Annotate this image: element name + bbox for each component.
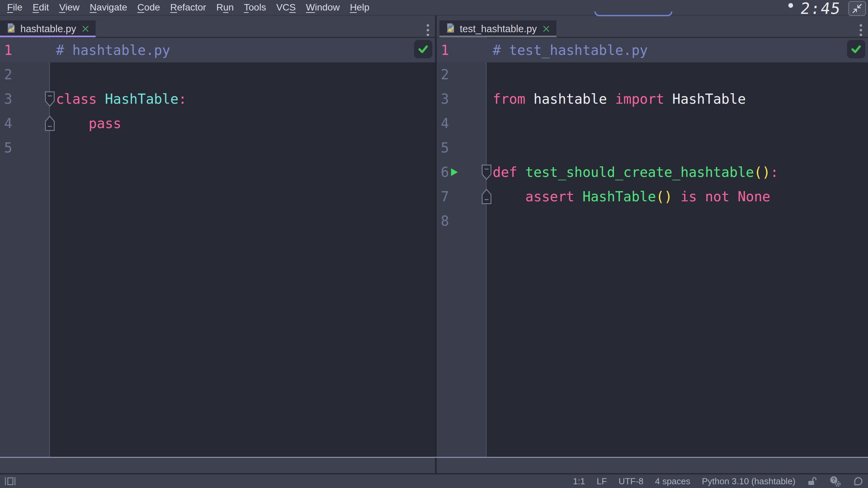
menu-item-navigate[interactable]: Navigate: [85, 1, 133, 14]
inspection-status-check-icon[interactable]: [847, 40, 865, 58]
line-number: 2: [441, 62, 449, 87]
python-file-icon: [445, 23, 456, 35]
code-line-5[interactable]: [487, 136, 868, 160]
editor-line-7: 7 assert HashTable() is not None: [437, 184, 868, 209]
code-line-1[interactable]: # test_hashtable.py: [487, 38, 868, 62]
menu-items: FileEditViewNavigateCodeRefactorRunTools…: [2, 1, 374, 14]
editor-bottom-border: [0, 457, 868, 458]
gutter-line-2[interactable]: 2: [437, 62, 487, 87]
menu-focus-underline: [594, 12, 672, 16]
fold-end-icon[interactable]: [481, 188, 492, 205]
help-gear-icon[interactable]: ?: [829, 475, 841, 487]
gutter-line-8[interactable]: 8: [437, 209, 487, 233]
line-number: 3: [4, 87, 12, 111]
editor-pane-right: test_hashtable.py 1# test_hashtable.py23…: [437, 16, 868, 473]
editor-split-area: hashtable.py 1# hashtable.py23class Hash…: [0, 16, 868, 473]
notifications-icon[interactable]: [852, 476, 863, 486]
tab-strip: test_hashtable.py: [437, 16, 868, 37]
editor-pane-left: hashtable.py 1# hashtable.py23class Hash…: [0, 16, 435, 473]
editor-line-6: 6def test_should_create_hashtable():: [437, 160, 868, 184]
tab-title: hashtable.py: [20, 23, 76, 35]
gutter-line-5[interactable]: 5: [437, 136, 487, 160]
pane-splitter[interactable]: [435, 37, 437, 473]
editor-line-1: 1# test_hashtable.py: [437, 38, 868, 62]
line-number: 5: [4, 136, 12, 160]
code-line-6[interactable]: def test_should_create_hashtable():: [487, 160, 868, 184]
gutter-line-7[interactable]: 7: [437, 184, 487, 209]
code-line-3[interactable]: class HashTable:: [50, 87, 435, 111]
tool-window-layout-icon[interactable]: [4, 476, 16, 486]
editor-line-1: 1# hashtable.py: [0, 38, 435, 62]
code-line-8[interactable]: [487, 209, 868, 233]
code-line-7[interactable]: assert HashTable() is not None: [487, 184, 868, 209]
tab-strip: hashtable.py: [0, 16, 435, 37]
editor-tab-hashtable[interactable]: hashtable.py: [0, 20, 96, 37]
status-line-separator[interactable]: LF: [597, 476, 607, 487]
line-number: 6: [441, 160, 449, 184]
menu-item-window[interactable]: Window: [301, 1, 345, 14]
fold-end-icon[interactable]: [44, 115, 56, 131]
code-rows: 1# test_hashtable.py23from hashtable imp…: [437, 37, 868, 233]
tab-options-kebab-icon[interactable]: [426, 24, 430, 38]
menu-item-code[interactable]: Code: [132, 1, 165, 14]
status-caret-position[interactable]: 1:1: [573, 476, 585, 487]
code-line-4[interactable]: [487, 111, 868, 136]
status-encoding[interactable]: UTF-8: [618, 476, 644, 487]
gutter-line-4[interactable]: 4: [0, 111, 50, 136]
code-line-5[interactable]: [50, 136, 435, 160]
run-test-icon[interactable]: [449, 167, 459, 177]
ide-window: FileEditViewNavigateCodeRefactorRunTools…: [0, 0, 868, 488]
editor-surface[interactable]: 1# test_hashtable.py23from hashtable imp…: [437, 37, 868, 458]
line-number: 4: [4, 111, 12, 136]
status-indent[interactable]: 4 spaces: [655, 476, 690, 487]
menu-item-vcs[interactable]: VCS: [271, 1, 301, 14]
menu-item-file[interactable]: File: [2, 1, 27, 14]
gutter-line-1[interactable]: 1: [0, 38, 50, 62]
menu-item-run[interactable]: Run: [211, 1, 239, 14]
tab-title: test_hashtable.py: [460, 23, 537, 35]
code-line-2[interactable]: [50, 62, 435, 87]
code-line-2[interactable]: [487, 62, 868, 87]
code-line-1[interactable]: # hashtable.py: [50, 38, 435, 62]
code-line-4[interactable]: pass: [50, 111, 435, 136]
gutter-line-6[interactable]: 6: [437, 160, 487, 184]
menu-bar: FileEditViewNavigateCodeRefactorRunTools…: [0, 0, 868, 16]
recording-dot-icon: [788, 3, 793, 8]
editor-line-5: 5: [437, 136, 868, 160]
editor-line-4: 4 pass: [0, 111, 435, 136]
gutter-line-3[interactable]: 3: [437, 87, 487, 111]
menu-item-refactor[interactable]: Refactor: [165, 1, 211, 14]
unlocked-padlock-icon[interactable]: [807, 476, 817, 486]
line-number: 2: [4, 62, 12, 87]
menu-item-edit[interactable]: Edit: [27, 1, 54, 14]
clock: 2:45: [799, 0, 842, 18]
line-number: 8: [441, 209, 449, 233]
status-bar: 1:1LFUTF-84 spacesPython 3.10 (hashtable…: [0, 474, 868, 488]
menu-item-view[interactable]: View: [54, 1, 84, 14]
gutter-line-3[interactable]: 3: [0, 87, 50, 111]
tab-options-kebab-icon[interactable]: [859, 24, 863, 38]
code-line-3[interactable]: from hashtable import HashTable: [487, 87, 868, 111]
editor-tab-test-hashtable[interactable]: test_hashtable.py: [439, 20, 556, 37]
gutter-line-2[interactable]: 2: [0, 62, 50, 87]
gutter-line-4[interactable]: 4: [437, 111, 487, 136]
editor-hscroll-area: [437, 458, 868, 473]
line-number: 4: [441, 111, 449, 136]
tab-close-icon[interactable]: [81, 25, 90, 33]
menu-item-help[interactable]: Help: [345, 1, 375, 14]
fold-start-icon[interactable]: [44, 91, 56, 107]
fold-start-icon[interactable]: [481, 164, 492, 180]
gutter-line-5[interactable]: 5: [0, 136, 50, 160]
menu-item-tools[interactable]: Tools: [239, 1, 271, 14]
tab-close-icon[interactable]: [542, 25, 550, 33]
collapse-icon[interactable]: [848, 1, 866, 16]
statusbar-items: 1:1LFUTF-84 spacesPython 3.10 (hashtable…: [573, 476, 795, 487]
inspection-status-check-icon[interactable]: [414, 40, 432, 58]
python-file-icon: [5, 23, 16, 35]
editor-surface[interactable]: 1# hashtable.py23class HashTable:4 pass5: [0, 37, 435, 458]
line-number: 7: [441, 184, 449, 209]
statusbar-widgets: 1:1LFUTF-84 spacesPython 3.10 (hashtable…: [573, 475, 868, 487]
gutter-line-1[interactable]: 1: [437, 38, 487, 62]
status-interpreter[interactable]: Python 3.10 (hashtable): [702, 476, 795, 487]
line-number: 5: [441, 136, 449, 160]
